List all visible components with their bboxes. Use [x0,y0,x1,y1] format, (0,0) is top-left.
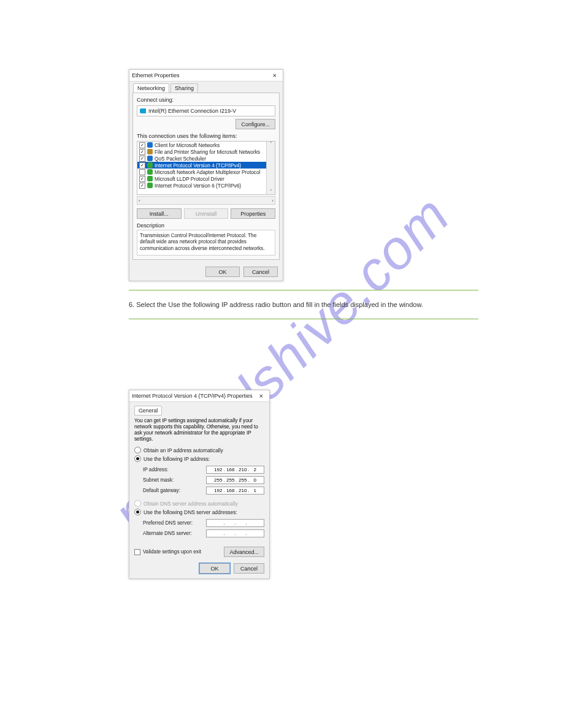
ethernet-titlebar: Ethernet Properties × [129,70,283,82]
ipv4-titlebar: Internet Protocol Version 4 (TCP/IPv4) P… [129,390,269,402]
separator-rule [129,290,478,290]
checkbox-icon[interactable]: ✓ [139,149,145,155]
radio-icon [134,500,141,507]
default-gateway-input[interactable] [206,487,264,495]
items-listbox[interactable]: ✓ Client for Microsoft Networks ✓ File a… [137,141,275,195]
validate-settings-row[interactable]: Validate settings upon exit [134,549,201,555]
instruction-step-6: 6. Select the Use the following IP addre… [129,300,478,309]
list-item[interactable]: ✓ File and Printer Sharing for Microsoft… [137,148,267,155]
protocol-icon [147,162,153,168]
client-icon [147,142,153,148]
alternate-dns-input[interactable] [206,529,264,537]
ok-button[interactable]: OK [205,267,240,277]
subnet-mask-input[interactable] [206,476,264,484]
tab-general[interactable]: General [134,406,162,415]
service-icon [147,156,153,161]
item-label: Internet Protocol Version 4 (TCP/IPv4) [155,162,241,169]
install-button[interactable]: Install... [137,208,182,219]
adapter-name: Intel(R) Ethernet Connection I219-V [148,108,236,114]
vertical-scrollbar[interactable]: ˄ ˅ [266,142,275,194]
connect-using-label: Connect using: [137,97,275,103]
radio-label: Obtain DNS server address automatically [144,501,238,507]
radio-obtain-ip[interactable]: Obtain an IP address automatically [134,447,264,453]
printer-icon [147,149,153,154]
preferred-dns-input[interactable] [206,519,264,527]
close-icon[interactable]: × [256,392,267,400]
ip-address-label: IP address: [143,467,206,472]
ipv4-help-text: You can get IP settings assigned automat… [134,418,264,442]
tabs-bar: Networking Sharing [129,82,283,93]
ip-address-input[interactable] [206,466,264,474]
radio-obtain-dns: Obtain DNS server address automatically [134,500,264,507]
validate-settings-label: Validate settings upon exit [143,549,201,555]
scroll-left-icon[interactable]: ‹ [139,198,140,203]
item-label: Client for Microsoft Networks [155,142,220,148]
checkbox-icon[interactable] [134,549,140,555]
description-text: Transmission Control Protocol/Internet P… [137,230,275,256]
advanced-button[interactable]: Advanced... [224,547,264,557]
scroll-up-icon[interactable]: ˄ [270,142,272,146]
ipv4-title: Internet Protocol Version 4 (TCP/IPv4) P… [132,393,256,399]
uses-items-label: This connection uses the following items… [137,133,275,139]
cancel-button[interactable]: Cancel [243,267,278,277]
protocol-icon [147,183,153,188]
cancel-button[interactable]: Cancel [234,563,264,574]
adapter-box: Intel(R) Ethernet Connection I219-V [137,105,275,116]
close-icon[interactable]: × [269,72,280,79]
tab-sharing[interactable]: Sharing [170,83,198,93]
description-label: Description [137,222,275,229]
list-item[interactable]: ✓ Internet Protocol Version 6 (TCP/IPv6) [137,182,267,189]
item-label: QoS Packet Scheduler [155,156,206,162]
checkbox-icon[interactable]: ✓ [139,176,145,182]
network-adapter-icon [140,108,146,113]
checkbox-icon[interactable]: ✓ [139,162,145,169]
item-label: File and Printer Sharing for Microsoft N… [155,149,260,155]
radio-label: Obtain an IP address automatically [144,447,223,453]
ok-button[interactable]: OK [199,563,230,574]
protocol-icon [147,176,153,181]
preferred-dns-label: Preferred DNS server: [143,520,206,526]
configure-button[interactable]: Configure... [236,119,275,129]
list-item[interactable]: Microsoft Network Adapter Multiplexor Pr… [137,169,267,175]
radio-icon[interactable] [134,509,141,515]
item-label: Microsoft LLDP Protocol Driver [155,176,224,182]
list-item[interactable]: ✓ Microsoft LLDP Protocol Driver [137,175,267,182]
checkbox-icon[interactable]: ✓ [139,142,145,148]
default-gateway-label: Default gateway: [143,488,206,493]
list-item-selected[interactable]: ✓ Internet Protocol Version 4 (TCP/IPv4) [137,162,267,169]
alternate-dns-label: Alternate DNS server: [143,531,206,536]
properties-button[interactable]: Properties [231,208,275,219]
checkbox-icon[interactable]: ✓ [139,156,145,162]
list-item[interactable]: ✓ QoS Packet Scheduler [137,155,267,162]
radio-use-ip[interactable]: Use the following IP address: [134,455,264,462]
scroll-right-icon[interactable]: › [272,198,274,203]
item-label: Microsoft Network Adapter Multiplexor Pr… [155,169,260,175]
separator-rule [129,319,478,319]
ethernet-properties-dialog: Ethernet Properties × Networking Sharing… [129,69,283,281]
uninstall-button: Uninstall [184,208,229,219]
tab-networking[interactable]: Networking [133,83,169,93]
radio-label: Use the following DNS server addresses: [144,509,237,515]
radio-label: Use the following IP address: [144,456,210,462]
ethernet-title: Ethernet Properties [132,72,269,78]
radio-icon[interactable] [134,447,141,453]
protocol-icon [147,169,153,175]
list-item[interactable]: ✓ Client for Microsoft Networks [137,142,267,148]
checkbox-icon[interactable] [139,169,145,175]
horizontal-scrollbar[interactable]: ‹ › [137,196,275,205]
scroll-down-icon[interactable]: ˅ [270,189,272,194]
radio-icon[interactable] [134,455,141,462]
ipv4-properties-dialog: Internet Protocol Version 4 (TCP/IPv4) P… [129,390,270,579]
item-label: Internet Protocol Version 6 (TCP/IPv6) [155,183,241,189]
subnet-mask-label: Subnet mask: [143,477,206,483]
checkbox-icon[interactable]: ✓ [139,183,145,189]
radio-use-dns[interactable]: Use the following DNS server addresses: [134,509,264,515]
